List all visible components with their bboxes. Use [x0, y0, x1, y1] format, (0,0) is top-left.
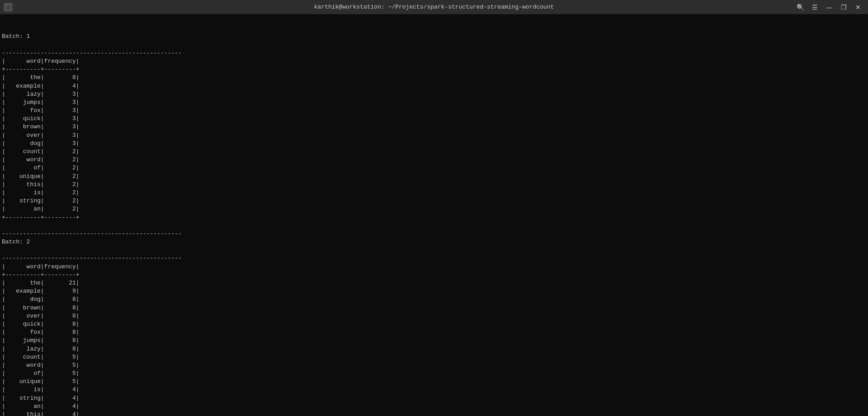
- terminal-output: Batch: 1 -------------------------------…: [0, 14, 868, 416]
- svg-text:⬛: ⬛: [5, 5, 11, 10]
- title-bar-left: ⬛: [4, 3, 13, 12]
- minimize-button[interactable]: —: [823, 2, 835, 12]
- window-title: karthik@workstation: ~/Projects/spark-st…: [314, 4, 554, 10]
- title-bar: ⬛ karthik@workstation: ~/Projects/spark-…: [0, 0, 868, 14]
- close-button[interactable]: ✕: [852, 2, 864, 12]
- search-button[interactable]: 🔍: [794, 2, 807, 12]
- terminal-text: Batch: 1 -------------------------------…: [2, 33, 866, 416]
- window-controls: 🔍 ☰ — ❐ ✕: [794, 2, 864, 12]
- terminal-icon: ⬛: [4, 3, 13, 12]
- menu-button[interactable]: ☰: [808, 2, 821, 12]
- restore-button[interactable]: ❐: [837, 2, 850, 12]
